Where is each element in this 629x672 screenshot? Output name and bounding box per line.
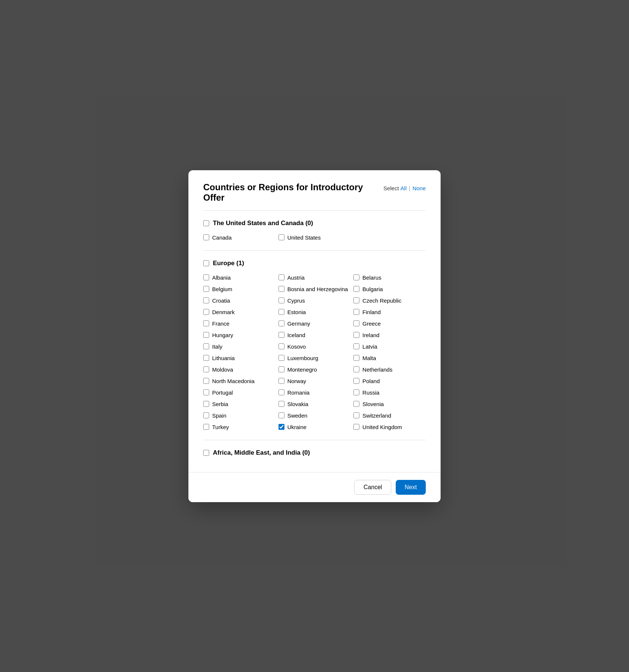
country-item[interactable]: Denmark — [203, 308, 276, 316]
country-checkbox[interactable] — [279, 286, 284, 292]
country-item[interactable]: Norway — [279, 377, 351, 385]
country-item[interactable]: Poland — [353, 377, 426, 385]
country-checkbox[interactable] — [353, 274, 359, 280]
country-checkbox[interactable] — [279, 389, 284, 395]
country-item[interactable]: United States — [279, 234, 351, 241]
section-checkbox-europe[interactable] — [203, 260, 209, 266]
country-item[interactable]: Canada — [203, 234, 276, 241]
country-item[interactable]: Germany — [279, 320, 351, 327]
country-checkbox[interactable] — [203, 297, 209, 303]
country-item[interactable]: Spain — [203, 412, 276, 419]
country-checkbox[interactable] — [353, 412, 359, 418]
country-name: Estonia — [287, 309, 306, 315]
country-name: Spain — [212, 412, 226, 419]
next-button[interactable]: Next — [396, 480, 426, 495]
country-item[interactable]: Moldova — [203, 366, 276, 373]
country-checkbox[interactable] — [279, 234, 284, 240]
country-item[interactable]: Russia — [353, 389, 426, 396]
country-item[interactable]: United Kingdom — [353, 423, 426, 431]
country-item[interactable]: North Macedonia — [203, 377, 276, 385]
country-item[interactable]: Serbia — [203, 400, 276, 408]
country-item[interactable]: Bulgaria — [353, 285, 426, 293]
country-checkbox[interactable] — [203, 286, 209, 292]
country-item[interactable]: Netherlands — [353, 366, 426, 373]
country-checkbox[interactable] — [203, 332, 209, 338]
section-checkbox-africa-me-india[interactable] — [203, 450, 209, 456]
country-checkbox[interactable] — [279, 424, 284, 430]
country-item[interactable]: Czech Republic — [353, 297, 426, 304]
country-checkbox[interactable] — [279, 343, 284, 349]
country-item[interactable]: Sweden — [279, 412, 351, 419]
country-checkbox[interactable] — [279, 274, 284, 280]
country-checkbox[interactable] — [353, 389, 359, 395]
country-item[interactable]: Luxembourg — [279, 354, 351, 362]
country-item[interactable]: Iceland — [279, 331, 351, 339]
country-item[interactable]: France — [203, 320, 276, 327]
country-item[interactable]: Belgium — [203, 285, 276, 293]
country-checkbox[interactable] — [279, 320, 284, 326]
country-item[interactable]: Romania — [279, 389, 351, 396]
country-checkbox[interactable] — [353, 309, 359, 315]
country-item[interactable]: Austria — [279, 274, 351, 281]
country-item[interactable]: Croatia — [203, 297, 276, 304]
country-item[interactable]: Bosnia and Herzegovina — [279, 285, 351, 293]
country-item[interactable]: Slovenia — [353, 400, 426, 408]
section-header-europe: Europe (1) — [203, 260, 426, 267]
country-checkbox[interactable] — [203, 234, 209, 240]
country-checkbox[interactable] — [203, 274, 209, 280]
country-checkbox[interactable] — [279, 297, 284, 303]
country-checkbox[interactable] — [353, 424, 359, 430]
country-checkbox[interactable] — [203, 309, 209, 315]
country-item[interactable]: Finland — [353, 308, 426, 316]
country-item[interactable]: Ireland — [353, 331, 426, 339]
country-item[interactable]: Switzerland — [353, 412, 426, 419]
country-item[interactable]: Estonia — [279, 308, 351, 316]
country-checkbox[interactable] — [353, 378, 359, 384]
country-checkbox[interactable] — [203, 424, 209, 430]
country-checkbox[interactable] — [279, 378, 284, 384]
country-checkbox[interactable] — [203, 320, 209, 326]
country-checkbox[interactable] — [279, 412, 284, 418]
country-checkbox[interactable] — [203, 343, 209, 349]
country-name: Malta — [362, 355, 376, 361]
country-checkbox[interactable] — [353, 343, 359, 349]
country-name: North Macedonia — [212, 378, 254, 384]
country-checkbox[interactable] — [279, 332, 284, 338]
country-checkbox[interactable] — [203, 401, 209, 407]
country-checkbox[interactable] — [279, 355, 284, 361]
country-checkbox[interactable] — [203, 355, 209, 361]
country-item[interactable]: Belarus — [353, 274, 426, 281]
country-item[interactable]: Latvia — [353, 343, 426, 350]
country-item[interactable]: Greece — [353, 320, 426, 327]
country-item[interactable]: Lithuania — [203, 354, 276, 362]
country-checkbox[interactable] — [279, 366, 284, 372]
select-none-link[interactable]: None — [412, 185, 426, 191]
country-checkbox[interactable] — [203, 412, 209, 418]
cancel-button[interactable]: Cancel — [354, 480, 391, 495]
country-checkbox[interactable] — [353, 297, 359, 303]
section-checkbox-us-canada[interactable] — [203, 220, 209, 226]
country-checkbox[interactable] — [353, 355, 359, 361]
country-checkbox[interactable] — [353, 320, 359, 326]
country-item[interactable]: Slovakia — [279, 400, 351, 408]
country-checkbox[interactable] — [279, 401, 284, 407]
country-checkbox[interactable] — [353, 286, 359, 292]
select-all-link[interactable]: All — [401, 185, 407, 191]
country-item[interactable]: Hungary — [203, 331, 276, 339]
country-checkbox[interactable] — [203, 389, 209, 395]
country-item[interactable]: Italy — [203, 343, 276, 350]
country-item[interactable]: Ukraine — [279, 423, 351, 431]
country-checkbox[interactable] — [353, 332, 359, 338]
country-checkbox[interactable] — [353, 366, 359, 372]
country-checkbox[interactable] — [353, 401, 359, 407]
country-checkbox[interactable] — [203, 378, 209, 384]
country-checkbox[interactable] — [279, 309, 284, 315]
country-item[interactable]: Portugal — [203, 389, 276, 396]
country-checkbox[interactable] — [203, 366, 209, 372]
country-item[interactable]: Turkey — [203, 423, 276, 431]
country-item[interactable]: Cyprus — [279, 297, 351, 304]
country-item[interactable]: Kosovo — [279, 343, 351, 350]
country-item[interactable]: Malta — [353, 354, 426, 362]
country-item[interactable]: Albania — [203, 274, 276, 281]
country-item[interactable]: Montenegro — [279, 366, 351, 373]
